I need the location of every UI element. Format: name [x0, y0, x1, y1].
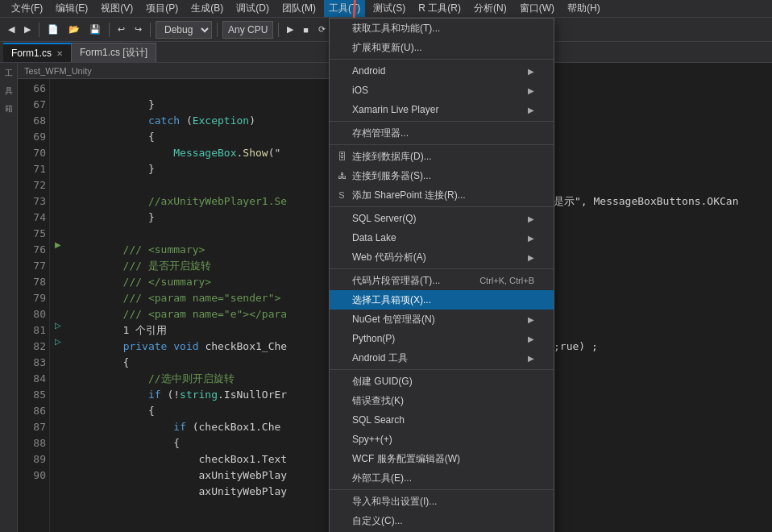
toolbar-open[interactable]: 📂 [65, 23, 83, 36]
line-numbers: 66 67 68 69 70 71 72 73 74 75 76 77 78 7… [18, 79, 50, 532]
menu-bar: 文件(F) 编辑(E) 视图(V) 项目(P) 生成(B) 调试(D) 团队(M… [6, 0, 605, 17]
toolbar-forward[interactable]: ▶ [21, 23, 34, 36]
title-bar: 文件(F) 编辑(E) 视图(V) 项目(P) 生成(B) 调试(D) 团队(M… [0, 0, 772, 18]
toolbar-sep-2 [109, 23, 110, 37]
menu-build[interactable]: 生成(B) [186, 0, 228, 17]
breadcrumb-text: Test_WFM_Unity [24, 66, 92, 76]
tab-form1-cs-label: Form1.cs [11, 48, 52, 59]
toolbar-undo[interactable]: ↩ [114, 23, 128, 36]
menu-team[interactable]: 团队(M) [277, 0, 321, 17]
left-sidebar: 工 具 箱 [0, 63, 18, 532]
menu-analyze[interactable]: 分析(N) [469, 0, 512, 17]
cpu-label: Any CPU [222, 21, 273, 39]
toolbar-back[interactable]: ◀ [5, 23, 18, 36]
editor-area: Test_WFM_Unity 66 67 68 69 70 71 72 73 7… [18, 63, 546, 532]
tab-form1-cs[interactable]: Form1.cs ✕ [3, 43, 72, 62]
toolbar-sep-4 [217, 23, 218, 37]
toolbar-save[interactable]: 💾 [86, 23, 104, 36]
menu-test[interactable]: 测试(S) [368, 0, 410, 17]
menu-project[interactable]: 项目(P) [141, 0, 183, 17]
code-editor[interactable]: } catch (Exception) { MessageBox.Show(" … [66, 79, 546, 532]
toolbar-sep-3 [150, 23, 151, 37]
debug-config-dropdown[interactable]: Debug [156, 21, 212, 39]
sidebar-icon-1[interactable]: 工 [2, 66, 16, 81]
menu-window[interactable]: 窗口(W) [515, 0, 559, 17]
toolbar-run[interactable]: ▶ [284, 23, 297, 36]
menu-debug[interactable]: 调试(D) [231, 0, 274, 17]
menu-help[interactable]: 帮助(H) [562, 0, 605, 17]
main-layout: 工 具 箱 Test_WFM_Unity 66 67 68 69 70 71 7… [0, 63, 772, 532]
tab-form1-cs-close[interactable]: ✕ [56, 49, 63, 58]
tab-form1-designer-label: Form1.cs [设计] [80, 46, 147, 60]
toolbar-sep-1 [39, 23, 39, 37]
breadcrumb: Test_WFM_Unity [18, 63, 546, 79]
menu-tools[interactable]: 工具(T) [324, 0, 365, 17]
menu-rtools[interactable]: R 工具(R) [413, 0, 466, 17]
menu-edit[interactable]: 编辑(E) [51, 0, 93, 17]
toolbar-new[interactable]: 📄 [44, 23, 62, 36]
menu-file[interactable]: 文件(F) [6, 0, 48, 17]
watermark: https://blog.csdn.net/xiaochen XIHUA [393, 519, 540, 529]
tab-bar: Form1.cs ✕ Form1.cs [设计] [0, 42, 772, 63]
tab-form1-designer[interactable]: Form1.cs [设计] [72, 43, 156, 62]
margin-icons: ▶ ▷ ▷ [50, 79, 66, 532]
toolbar-stop[interactable]: ■ [300, 23, 312, 36]
toolbar-step[interactable]: ⟳ [315, 23, 329, 36]
sidebar-icon-3[interactable]: 箱 [2, 102, 16, 116]
right-panel: 是示", MessageBoxButtons.OKCan ;rue) ; ▼ ✓… [546, 63, 772, 532]
sidebar-icon-2[interactable]: 具 [2, 84, 16, 98]
menu-view[interactable]: 视图(V) [96, 0, 138, 17]
toolbar: ◀ ▶ 📄 📂 💾 ↩ ↪ Debug Any CPU ▶ ■ ⟳ [0, 18, 772, 42]
toolbar-redo[interactable]: ↪ [131, 23, 145, 36]
toolbar-sep-5 [278, 23, 279, 37]
